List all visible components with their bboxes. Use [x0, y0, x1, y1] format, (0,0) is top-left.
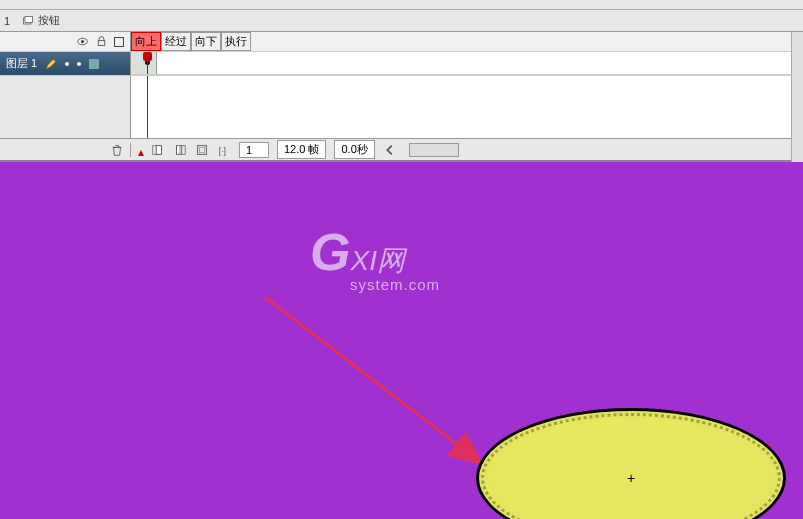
current-frame-field[interactable]: 1 [239, 142, 269, 158]
playhead-line [147, 76, 148, 138]
edit-multi-icon[interactable]: [·] [217, 143, 231, 157]
registration-point-icon: + [627, 470, 635, 486]
document-tab-bar: 1 按钮 [0, 10, 803, 32]
elapsed-field: 0.0秒 [334, 140, 374, 159]
watermark-g: G [310, 223, 350, 281]
layer-actions [0, 143, 131, 157]
timeline-status-bar: [·] 1 12.0 帧 0.0秒 [0, 138, 803, 162]
timeline-header: 向上 经过 向下 执行 [0, 32, 803, 52]
frame-state-labels: 向上 经过 向下 执行 [131, 32, 251, 51]
annotation-arrow [260, 292, 500, 482]
playback-info: [·] 1 12.0 帧 0.0秒 [131, 140, 803, 159]
svg-point-3 [81, 40, 84, 43]
eye-icon[interactable] [76, 35, 89, 48]
ellipse-fill [476, 408, 786, 519]
layer-info[interactable]: 图层 1 [0, 52, 131, 75]
ellipse-button-shape[interactable]: + [476, 408, 786, 519]
frame-state-over[interactable]: 经过 [161, 32, 191, 51]
layer-row[interactable]: 图层 1 [0, 52, 803, 76]
frames-empty[interactable] [131, 76, 803, 138]
layer-panel-empty [0, 76, 131, 138]
svg-rect-10 [199, 147, 204, 152]
timeline-scrollbar[interactable] [409, 143, 459, 157]
onion-left-icon[interactable] [151, 143, 165, 157]
watermark-xi: XI [350, 245, 376, 276]
frame-state-down[interactable]: 向下 [191, 32, 221, 51]
tab-index: 1 [0, 15, 14, 27]
onion-outline-icon[interactable] [195, 143, 209, 157]
svg-rect-6 [156, 145, 161, 154]
watermark: GXI网 system.com [310, 222, 440, 293]
outline-icon[interactable] [114, 37, 124, 47]
symbol-icon [22, 15, 34, 27]
fps-field[interactable]: 12.0 帧 [277, 140, 326, 159]
frame-state-hit[interactable]: 执行 [221, 32, 251, 51]
svg-text:[·]: [·] [219, 145, 226, 155]
tab-label: 按钮 [38, 13, 60, 28]
menu-bar[interactable] [0, 0, 803, 10]
lock-icon[interactable] [95, 35, 108, 48]
playhead-indicator-icon [137, 144, 143, 156]
trash-icon[interactable] [110, 143, 124, 157]
scroll-left-icon[interactable] [383, 143, 397, 157]
onion-right-icon[interactable] [173, 143, 187, 157]
frame-state-up[interactable]: 向上 [131, 32, 161, 51]
svg-rect-7 [177, 145, 182, 154]
stage-canvas[interactable]: GXI网 system.com + [0, 162, 803, 519]
svg-line-12 [265, 297, 480, 462]
outline-color[interactable] [89, 59, 99, 69]
pencil-icon [45, 58, 57, 70]
timeline-empty-area [0, 76, 803, 138]
layer-controls-header [0, 32, 131, 51]
frames-area[interactable] [131, 52, 803, 75]
watermark-url: system.com [350, 276, 440, 293]
playhead[interactable] [147, 52, 148, 74]
document-tab-button[interactable]: 按钮 [14, 11, 68, 30]
svg-rect-4 [98, 41, 105, 46]
lock-dot[interactable] [77, 62, 81, 66]
layer-name: 图层 1 [6, 56, 37, 71]
watermark-net: 网 [377, 245, 405, 276]
vertical-scrollbar[interactable] [791, 32, 803, 172]
svg-rect-1 [25, 16, 33, 22]
visibility-dot[interactable] [65, 62, 69, 66]
